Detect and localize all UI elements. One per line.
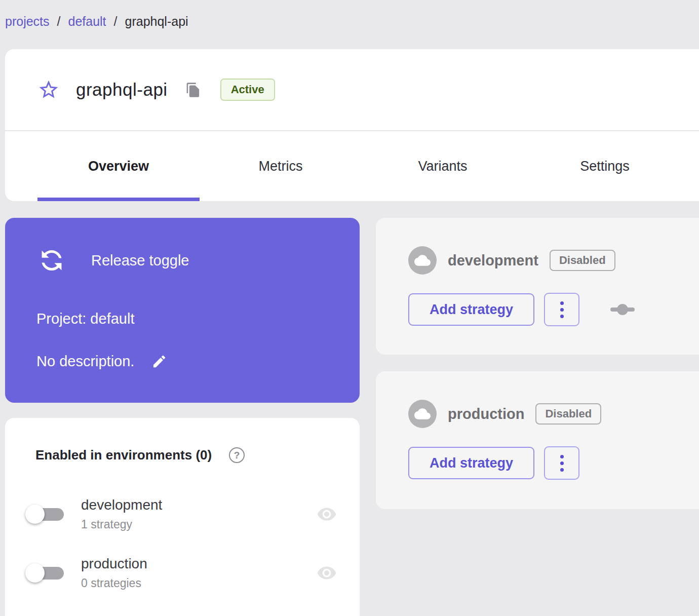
environment-card-name: development <box>448 252 538 269</box>
toggle-thumb <box>25 505 45 524</box>
production-environment-card: production Disabled Add strategy <box>376 371 699 509</box>
edit-description-button[interactable] <box>150 353 168 370</box>
environment-card-actions: Add strategy <box>408 293 635 326</box>
cloud-icon <box>414 406 431 422</box>
kebab-icon <box>560 301 564 305</box>
breadcrumb: projects / default / graphql-api <box>5 14 188 29</box>
environment-status-badge: Disabled <box>550 250 615 271</box>
development-toggle[interactable] <box>25 504 67 524</box>
environment-labels: development 1 strategy <box>81 497 162 531</box>
copy-name-button[interactable] <box>185 81 202 98</box>
enabled-environments-panel: Enabled in environments (0) ? developmen… <box>5 418 360 616</box>
environment-strategy-count: 1 strategy <box>81 518 162 531</box>
tab-settings[interactable]: Settings <box>524 131 686 201</box>
environment-labels: production 0 strategies <box>81 556 147 590</box>
copy-icon <box>185 82 201 98</box>
feature-header-row: graphql-api Active <box>37 49 275 130</box>
page: projects / default / graphql-api graphql… <box>0 0 699 616</box>
eye-icon <box>314 563 339 583</box>
favorite-button[interactable] <box>37 79 60 101</box>
environment-card-name: production <box>448 406 524 422</box>
kebab-icon <box>560 455 564 458</box>
toggle-type-label: Release toggle <box>91 252 189 269</box>
active-tab-indicator <box>37 198 200 201</box>
environment-name: production <box>81 556 147 572</box>
tab-bar: Overview Metrics Variants Settings <box>37 131 686 201</box>
panel-title: Enabled in environments (0) <box>35 447 212 463</box>
tab-overview[interactable]: Overview <box>37 131 200 201</box>
environment-card-header: development Disabled <box>408 246 615 275</box>
environment-card-actions: Add strategy <box>408 446 579 480</box>
description-text: No description. <box>36 353 134 370</box>
environment-strategy-count: 0 strategies <box>81 576 147 590</box>
strategy-rollout-icon <box>610 304 635 315</box>
more-options-button[interactable] <box>544 446 579 480</box>
breadcrumb-default-link[interactable]: default <box>68 14 106 29</box>
description-row: No description. <box>36 353 168 370</box>
toggle-thumb <box>25 563 45 583</box>
breadcrumb-separator: / <box>114 14 118 29</box>
star-icon <box>37 79 60 101</box>
visibility-button[interactable] <box>314 563 339 583</box>
toggle-type-row: Release toggle <box>36 245 189 276</box>
cloud-icon <box>414 252 431 268</box>
tab-metrics[interactable]: Metrics <box>200 131 362 201</box>
environment-row-development: development 1 strategy <box>25 490 339 538</box>
development-environment-card: development Disabled Add strategy <box>376 218 699 355</box>
project-label: Project: default <box>36 311 134 327</box>
eye-icon <box>314 504 339 524</box>
feature-info-card: Release toggle Project: default No descr… <box>5 218 360 403</box>
pencil-icon <box>151 354 167 369</box>
environment-name: development <box>81 497 162 513</box>
more-options-button[interactable] <box>544 293 579 326</box>
environment-row-production: production 0 strategies <box>25 549 339 597</box>
feature-header-card: graphql-api Active Overview Metrics Vari… <box>5 49 699 201</box>
environment-status-badge: Disabled <box>535 403 601 425</box>
environment-avatar <box>408 246 437 275</box>
tab-variants[interactable]: Variants <box>362 131 524 201</box>
breadcrumb-separator: / <box>57 14 61 29</box>
panel-heading-row: Enabled in environments (0) ? <box>35 447 245 463</box>
page-title: graphql-api <box>76 80 168 100</box>
breadcrumb-projects-link[interactable]: projects <box>5 14 50 29</box>
add-strategy-button[interactable]: Add strategy <box>408 293 534 326</box>
add-strategy-button[interactable]: Add strategy <box>408 447 534 479</box>
status-badge: Active <box>220 79 275 101</box>
help-icon[interactable]: ? <box>229 447 245 463</box>
environment-avatar <box>408 400 437 428</box>
production-toggle[interactable] <box>25 563 67 583</box>
environment-card-header: production Disabled <box>408 400 601 428</box>
breadcrumb-current: graphql-api <box>125 14 188 29</box>
visibility-button[interactable] <box>314 504 339 524</box>
release-toggle-icon <box>30 239 73 282</box>
